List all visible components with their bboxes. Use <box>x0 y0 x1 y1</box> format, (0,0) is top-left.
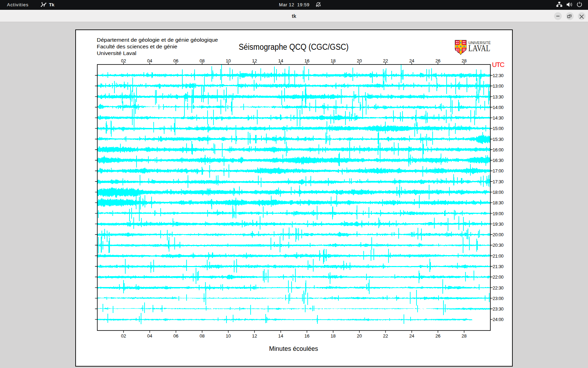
svg-text:21:30: 21:30 <box>493 264 504 269</box>
svg-text:18: 18 <box>331 58 336 63</box>
svg-text:08: 08 <box>200 333 204 339</box>
svg-text:18:30: 18:30 <box>493 200 504 205</box>
svg-text:06: 06 <box>173 58 178 63</box>
svg-text:14: 14 <box>278 333 283 339</box>
svg-text:04: 04 <box>147 58 152 63</box>
svg-text:10: 10 <box>226 333 231 339</box>
svg-text:17:30: 17:30 <box>493 179 504 184</box>
svg-text:26: 26 <box>435 333 440 339</box>
svg-text:22: 22 <box>383 333 388 339</box>
svg-text:22:00: 22:00 <box>493 274 504 280</box>
svg-text:Faculté des sciences et de gén: Faculté des sciences et de génie <box>97 43 177 49</box>
svg-text:28: 28 <box>462 333 467 339</box>
svg-text:21:00: 21:00 <box>493 253 504 259</box>
svg-text:23:30: 23:30 <box>493 306 504 312</box>
svg-text:20:30: 20:30 <box>493 243 504 248</box>
svg-text:02: 02 <box>121 58 126 63</box>
svg-text:16:00: 16:00 <box>493 147 504 152</box>
svg-text:20: 20 <box>357 58 362 63</box>
svg-text:12: 12 <box>252 58 257 63</box>
svg-text:15:00: 15:00 <box>493 126 504 131</box>
svg-text:Département de géologie et de: Département de géologie et de génie géol… <box>97 37 218 43</box>
svg-text:22:30: 22:30 <box>493 285 504 291</box>
svg-text:13:30: 13:30 <box>493 94 504 100</box>
svg-text:24: 24 <box>409 58 414 63</box>
svg-text:Université Laval: Université Laval <box>97 50 136 56</box>
svg-text:Minutes écoulées: Minutes écoulées <box>269 345 318 352</box>
svg-text:UTC: UTC <box>492 61 505 68</box>
svg-text:12: 12 <box>252 333 257 339</box>
svg-text:Séismographe QCQ (CGC/GSC): Séismographe QCQ (CGC/GSC) <box>239 42 349 52</box>
svg-text:19:00: 19:00 <box>493 211 504 216</box>
svg-text:28: 28 <box>462 58 467 63</box>
svg-text:04: 04 <box>147 333 152 339</box>
svg-text:16: 16 <box>304 333 309 339</box>
svg-text:06: 06 <box>173 333 178 339</box>
svg-text:14:30: 14:30 <box>493 115 504 121</box>
svg-text:12:30: 12:30 <box>493 73 504 78</box>
svg-text:24: 24 <box>409 333 414 339</box>
svg-text:14:00: 14:00 <box>493 105 504 110</box>
svg-text:18:00: 18:00 <box>493 190 504 195</box>
svg-text:LAVAL: LAVAL <box>468 43 490 53</box>
svg-text:23:00: 23:00 <box>493 296 504 301</box>
svg-text:02: 02 <box>121 333 126 339</box>
svg-text:13:00: 13:00 <box>493 83 504 89</box>
svg-text:14: 14 <box>278 58 283 63</box>
svg-text:08: 08 <box>200 58 204 63</box>
svg-text:19:30: 19:30 <box>493 222 504 227</box>
svg-text:24:00: 24:00 <box>493 317 504 322</box>
svg-text:20:00: 20:00 <box>493 232 504 237</box>
svg-text:16: 16 <box>304 58 309 63</box>
svg-text:26: 26 <box>435 58 440 63</box>
svg-text:16:30: 16:30 <box>493 158 504 163</box>
svg-text:17:00: 17:00 <box>493 168 504 173</box>
svg-text:18: 18 <box>331 333 336 339</box>
svg-text:15:30: 15:30 <box>493 137 504 142</box>
svg-text:20: 20 <box>357 333 362 339</box>
svg-text:22: 22 <box>383 58 388 63</box>
svg-text:10: 10 <box>226 58 231 63</box>
